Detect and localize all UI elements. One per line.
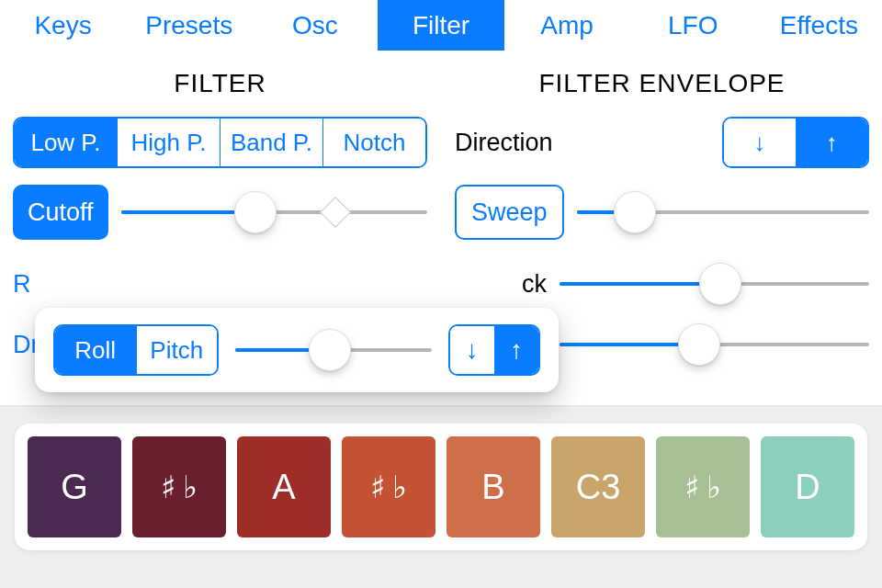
- decay-thumb[interactable]: [678, 323, 720, 366]
- cutoff-label[interactable]: Cutoff: [13, 185, 108, 240]
- key-label: B: [481, 468, 504, 507]
- direction-label: Direction: [455, 129, 553, 157]
- filter-type-highpass[interactable]: High P.: [118, 119, 220, 166]
- cutoff-thumb[interactable]: [234, 191, 277, 233]
- arrow-up-icon: ↑: [826, 129, 838, 157]
- tilt-direction-segment[interactable]: ↓ ↑: [448, 324, 540, 376]
- attack-row: ck: [455, 256, 869, 311]
- tab-keys[interactable]: Keys: [0, 0, 126, 51]
- filter-type-segment[interactable]: Low P. High P. Band P. Notch: [13, 117, 427, 168]
- sharp-icon: ♯: [161, 469, 175, 505]
- direction-down[interactable]: ↓: [724, 119, 797, 166]
- sharp-icon: ♯: [370, 469, 385, 505]
- key-1[interactable]: ♯♭: [132, 436, 226, 537]
- envelope-title: FILTER ENVELOPE: [455, 69, 869, 98]
- flat-icon: ♭: [183, 469, 198, 505]
- resonance-label: R: [13, 256, 40, 311]
- cutoff-mod-marker-icon: [320, 197, 351, 228]
- arrow-down-icon: ↓: [753, 129, 765, 157]
- cutoff-slider[interactable]: [121, 194, 427, 231]
- sweep-row: Sweep: [455, 185, 869, 240]
- tab-presets[interactable]: Presets: [126, 0, 252, 51]
- tilt-popover: Roll Pitch ↓ ↑: [35, 308, 559, 392]
- tab-bar: Keys Presets Osc Filter Amp LFO Effects: [0, 0, 882, 51]
- filter-panel: FILTER Low P. High P. Band P. Notch Cuto…: [0, 51, 882, 405]
- keyboard-strip: G♯♭A♯♭BC3♯♭D: [15, 424, 867, 550]
- sweep-label[interactable]: Sweep: [455, 185, 564, 240]
- attack-slider[interactable]: [560, 266, 869, 302]
- arrow-up-icon: ↑: [510, 335, 523, 365]
- flat-icon: ♭: [707, 469, 721, 505]
- direction-up[interactable]: ↑: [797, 119, 868, 166]
- attack-thumb[interactable]: [699, 263, 741, 305]
- sharp-icon: ♯: [684, 469, 699, 505]
- filter-title: FILTER: [13, 69, 427, 98]
- flat-icon: ♭: [392, 469, 407, 505]
- sweep-thumb[interactable]: [614, 191, 656, 233]
- key-label: A: [272, 468, 295, 507]
- key-label: C3: [576, 468, 621, 507]
- key-7[interactable]: D: [761, 436, 854, 537]
- key-4[interactable]: B: [447, 436, 540, 537]
- direction-row: Direction ↓ ↑: [455, 117, 869, 168]
- key-5[interactable]: C3: [551, 436, 645, 537]
- tilt-direction-up[interactable]: ↑: [495, 326, 539, 374]
- key-label: G: [61, 468, 88, 507]
- sweep-slider[interactable]: [577, 194, 869, 231]
- tab-osc[interactable]: Osc: [252, 0, 378, 51]
- tilt-thumb[interactable]: [309, 329, 351, 371]
- key-0[interactable]: G: [28, 436, 121, 537]
- filter-type-lowpass[interactable]: Low P.: [15, 119, 118, 166]
- key-2[interactable]: A: [237, 436, 331, 537]
- cutoff-row: Cutoff: [13, 185, 427, 240]
- tilt-direction-down[interactable]: ↓: [450, 326, 495, 374]
- key-3[interactable]: ♯♭: [342, 436, 435, 537]
- tab-amp[interactable]: Amp: [504, 0, 630, 51]
- tab-lfo[interactable]: LFO: [630, 0, 756, 51]
- resonance-row: R: [13, 256, 427, 311]
- tab-effects[interactable]: Effects: [756, 0, 882, 51]
- arrow-down-icon: ↓: [466, 335, 479, 365]
- attack-label-partial: ck: [455, 256, 547, 311]
- tilt-mode-segment[interactable]: Roll Pitch: [53, 324, 219, 376]
- filter-type-bandpass[interactable]: Band P.: [220, 119, 323, 166]
- tilt-mode-pitch[interactable]: Pitch: [137, 326, 218, 374]
- decay-slider[interactable]: [560, 326, 869, 363]
- key-label: D: [795, 468, 820, 507]
- tilt-amount-slider[interactable]: [235, 332, 432, 368]
- direction-segment[interactable]: ↓ ↑: [722, 117, 869, 168]
- key-6[interactable]: ♯♭: [656, 436, 750, 537]
- tilt-mode-roll[interactable]: Roll: [55, 326, 137, 374]
- filter-type-notch[interactable]: Notch: [323, 119, 425, 166]
- tab-filter[interactable]: Filter: [378, 0, 503, 51]
